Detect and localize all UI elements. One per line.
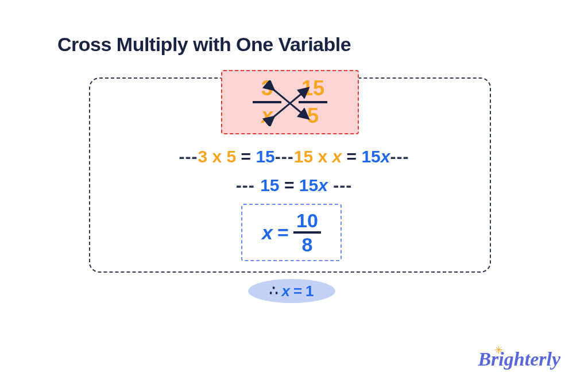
eq-sign: = (280, 176, 299, 195)
left-numerator: 3 (261, 78, 273, 100)
x-equals-fraction-box: x = 10 8 (241, 204, 342, 261)
factor-15: 15 (294, 147, 313, 166)
step3-row: --- 15 = 15x --- (0, 176, 588, 195)
final-value: 1 (305, 282, 314, 300)
var-x: x (281, 282, 289, 300)
eq-sign: = (236, 147, 256, 166)
conclusion-oval: ∴ x = 1 (248, 279, 335, 303)
eq-sign: = (293, 282, 302, 300)
factor-3: 3 (198, 147, 208, 166)
mult-sign: x (313, 147, 332, 166)
rhs-x: x (318, 176, 328, 195)
brand-logo: Brighterly (478, 348, 560, 370)
result-fraction: 10 8 (293, 211, 321, 254)
result-15: 15 (256, 147, 274, 166)
right-numerator: 15 (301, 78, 324, 100)
result-15x-num: 15 (361, 147, 380, 166)
eq-sign: = (342, 147, 361, 166)
right-fraction: 15 5 (299, 78, 327, 126)
right-denominator: 5 (307, 104, 319, 126)
result-denominator: 8 (301, 235, 312, 254)
eq-sign: = (277, 222, 289, 244)
rhs-15: 15 (299, 176, 318, 195)
var-x: x (262, 222, 273, 244)
dash-right: --- (390, 147, 409, 166)
factor-5: 5 (227, 147, 237, 166)
fraction-bar (299, 101, 327, 103)
step2-row: ---3 x 5 = 15---15 x x = 15x--- (0, 147, 588, 166)
dash-left: --- (236, 176, 260, 195)
page-title: Cross Multiply with One Variable (57, 33, 351, 56)
lhs-15: 15 (260, 176, 279, 195)
cross-multiply-box: 3 x 15 5 (221, 70, 359, 134)
mult-sign: x (207, 147, 226, 166)
dash-left: --- (179, 147, 198, 166)
left-denominator: x (261, 104, 273, 126)
fraction-bar (253, 101, 281, 103)
result-numerator: 10 (296, 211, 318, 230)
dash-mid: --- (275, 147, 294, 166)
therefore-symbol: ∴ (269, 283, 278, 299)
left-fraction: 3 x (253, 78, 281, 126)
result-15x-var: x (381, 147, 390, 166)
factor-x: x (332, 147, 342, 166)
dash-right: --- (328, 176, 352, 195)
